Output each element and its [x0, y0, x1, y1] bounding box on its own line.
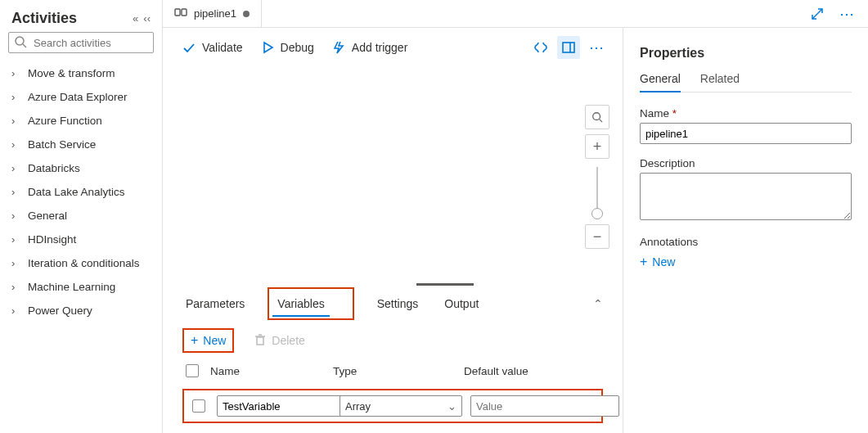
- properties-panel: Properties General Related Name * Descri…: [623, 28, 868, 433]
- pipeline-canvas[interactable]: + −: [163, 64, 623, 284]
- new-variable-label: New: [203, 334, 226, 347]
- category-power-query[interactable]: ›Power Query: [8, 299, 154, 322]
- tab-top-marker: [416, 283, 474, 286]
- svg-line-8: [600, 120, 603, 123]
- description-label: Description: [640, 157, 852, 169]
- category-batch-service[interactable]: ›Batch Service: [8, 133, 154, 156]
- pipeline-name-input[interactable]: [640, 123, 852, 144]
- chevron-right-icon: ›: [11, 210, 21, 222]
- toolbar-more-icon[interactable]: ⋯: [585, 36, 608, 59]
- debug-label: Debug: [281, 41, 314, 54]
- category-label: Databricks: [28, 162, 80, 174]
- chevron-right-icon: ›: [11, 281, 21, 293]
- pipeline-icon: [174, 6, 187, 21]
- select-all-checkbox[interactable]: [186, 364, 199, 377]
- tab-label: Settings: [377, 297, 419, 310]
- tab-output[interactable]: Output: [441, 289, 482, 318]
- category-machine-learning[interactable]: ›Machine Learning: [8, 275, 154, 299]
- editor-tabbar: pipeline1 ⋯: [162, 0, 868, 28]
- fit-to-screen-button[interactable]: [585, 105, 609, 129]
- variables-table-header: Name Type Default value: [182, 359, 603, 389]
- category-general[interactable]: ›General: [8, 204, 154, 228]
- properties-tab-related[interactable]: Related: [700, 72, 740, 92]
- tab-pipeline1[interactable]: pipeline1: [163, 0, 262, 28]
- code-view-button[interactable]: [529, 36, 552, 59]
- add-annotation-label: New: [652, 255, 675, 268]
- properties-tab-general[interactable]: General: [640, 72, 681, 92]
- chevron-right-icon: ›: [11, 138, 21, 151]
- chevron-right-icon: ›: [11, 67, 21, 79]
- annotations-label: Annotations: [640, 236, 852, 248]
- delete-variable-button[interactable]: Delete: [247, 330, 311, 352]
- tab-parameters[interactable]: Parameters: [182, 289, 248, 318]
- new-variable-button[interactable]: + New: [184, 330, 232, 351]
- ptab-label: Related: [700, 72, 740, 85]
- category-azure-function[interactable]: ›Azure Function: [8, 109, 154, 133]
- add-trigger-button[interactable]: Add trigger: [332, 41, 407, 54]
- tab-label: Parameters: [186, 297, 245, 310]
- add-annotation-button[interactable]: + New: [640, 251, 852, 269]
- zoom-slider[interactable]: [596, 167, 598, 216]
- row-checkbox[interactable]: [192, 399, 205, 413]
- zoom-thumb[interactable]: [591, 208, 603, 219]
- chevron-right-icon: ›: [11, 304, 21, 317]
- col-default: Default value: [464, 365, 595, 377]
- svg-point-0: [16, 37, 24, 45]
- activities-sidebar: Activities « ‹‹ ›Move & transform ›Azure…: [0, 0, 162, 433]
- svg-marker-4: [264, 43, 272, 52]
- activities-search-input[interactable]: [32, 36, 173, 50]
- zoom-in-button[interactable]: +: [585, 134, 609, 159]
- expand-icon[interactable]: [806, 2, 829, 25]
- category-label: Data Lake Analytics: [28, 186, 125, 198]
- collapse-left-icon[interactable]: «: [133, 12, 138, 25]
- category-label: General: [28, 210, 67, 222]
- plus-icon: +: [640, 255, 647, 269]
- variable-type-select[interactable]: Array ⌄: [340, 395, 462, 417]
- validate-button[interactable]: Validate: [182, 41, 243, 54]
- tab-label: Variables: [277, 297, 324, 310]
- collapse-left-two-icon[interactable]: ‹‹: [143, 12, 151, 25]
- col-type: Type: [333, 365, 464, 377]
- category-databricks[interactable]: ›Databricks: [8, 156, 154, 180]
- bottom-tabs: Parameters Variables Settings Output ⌃: [163, 284, 623, 320]
- variable-default-input[interactable]: [470, 395, 619, 417]
- svg-point-7: [593, 113, 600, 120]
- activities-title: Activities: [11, 10, 77, 27]
- category-data-lake-analytics[interactable]: ›Data Lake Analytics: [8, 180, 154, 204]
- name-label: Name *: [640, 107, 852, 120]
- category-hdinsight[interactable]: ›HDInsight: [8, 228, 154, 251]
- category-label: Azure Data Explorer: [28, 91, 128, 103]
- activities-search[interactable]: [8, 32, 154, 53]
- pipeline-toolbar: Validate Debug Add trigger: [163, 28, 623, 64]
- more-menu-icon[interactable]: ⋯: [835, 2, 858, 25]
- svg-rect-5: [563, 43, 574, 52]
- category-label: Move & transform: [28, 67, 115, 79]
- add-trigger-label: Add trigger: [352, 41, 407, 54]
- category-iteration-conditionals[interactable]: ›Iteration & conditionals: [8, 251, 154, 275]
- zoom-out-button[interactable]: −: [585, 224, 609, 249]
- validate-label: Validate: [202, 41, 243, 54]
- chevron-right-icon: ›: [11, 91, 21, 103]
- variable-row: Array ⌄: [189, 395, 596, 417]
- svg-rect-3: [182, 9, 187, 16]
- category-label: Power Query: [28, 304, 92, 317]
- tab-settings-bottom[interactable]: Settings: [374, 289, 422, 318]
- tab-label: Output: [444, 297, 479, 310]
- panel-collapse-icon[interactable]: ⌃: [593, 297, 606, 310]
- col-name: Name: [210, 365, 333, 377]
- debug-button[interactable]: Debug: [261, 41, 314, 54]
- delete-variable-label: Delete: [272, 334, 304, 347]
- tab-label: pipeline1: [194, 7, 236, 20]
- trash-icon: [254, 333, 267, 349]
- pipeline-description-input[interactable]: [640, 173, 852, 220]
- chevron-right-icon: ›: [11, 186, 21, 198]
- category-azure-data-explorer[interactable]: ›Azure Data Explorer: [8, 85, 154, 109]
- variable-type-value: Array: [345, 400, 371, 413]
- category-move-transform[interactable]: ›Move & transform: [8, 61, 154, 85]
- category-label: Iteration & conditionals: [28, 257, 140, 269]
- properties-toggle-button[interactable]: [557, 36, 580, 59]
- search-icon: [14, 35, 27, 51]
- category-label: HDInsight: [28, 233, 76, 246]
- tab-variables[interactable]: Variables: [274, 289, 327, 318]
- svg-rect-9: [257, 337, 263, 345]
